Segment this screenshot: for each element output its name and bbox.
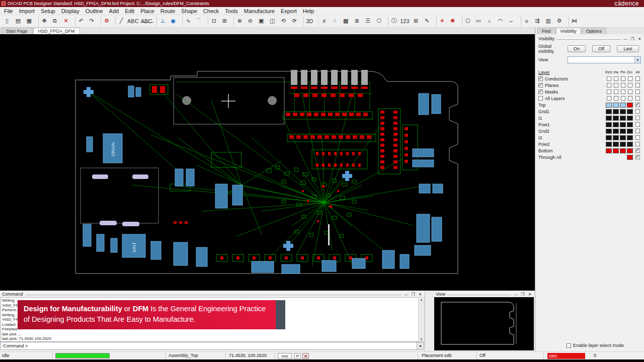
menu-item[interactable]: Place (137, 8, 157, 14)
via-color-swatch[interactable] (613, 135, 619, 140)
undo-icon[interactable]: ↶ (75, 16, 86, 26)
document-tab[interactable]: HSD_FPGA_DFM (33, 28, 80, 34)
layer-visibility-icon[interactable]: ≣ (351, 16, 362, 26)
save-file-icon[interactable]: ▦ (24, 16, 35, 26)
via-checkbox[interactable] (614, 83, 618, 87)
pin-checkbox[interactable] (621, 96, 625, 101)
move-icon[interactable]: ✥ (38, 16, 49, 26)
drc-color-swatch[interactable] (627, 135, 633, 140)
via-color-swatch[interactable] (613, 109, 619, 114)
layer-all-checkbox[interactable] (635, 155, 640, 159)
menu-item[interactable]: Check (200, 8, 222, 14)
via-color-swatch[interactable] (613, 116, 619, 121)
a-button[interactable]: A (302, 353, 309, 359)
add-arc-icon[interactable]: ◠ (495, 16, 506, 26)
drc-status-indicator[interactable]: DRC (547, 353, 585, 359)
zoom-window-icon[interactable]: ⊡ (208, 16, 219, 26)
etch-checkbox[interactable] (607, 76, 611, 81)
drc-color-swatch[interactable] (627, 155, 633, 160)
delete-icon[interactable]: ✕ (60, 16, 71, 26)
etch-color-swatch[interactable] (606, 116, 612, 121)
chevron-down-icon[interactable]: ▼ (417, 342, 424, 349)
add-rectangle-icon[interactable]: ▭ (473, 16, 484, 26)
pin-color-swatch[interactable] (620, 122, 626, 127)
close-icon[interactable]: ✕ (637, 37, 642, 41)
pin-color-swatch[interactable] (620, 148, 626, 153)
open-file-icon[interactable]: ▤ (13, 16, 24, 26)
document-tab[interactable]: Start Page (1, 28, 33, 34)
zoom-selection-icon[interactable]: ◫ (267, 16, 278, 26)
grid-points-icon[interactable]: ⁘ (329, 16, 340, 26)
redo-icon[interactable]: ↷ (86, 16, 97, 26)
units-button[interactable]: mm (278, 353, 292, 359)
etch-checkbox[interactable] (607, 89, 611, 94)
via-color-swatch[interactable] (613, 103, 619, 108)
layer-all-checkbox[interactable] (635, 148, 640, 153)
menu-item[interactable]: Outline (83, 8, 106, 14)
global-visibility-button[interactable]: Last (617, 45, 639, 52)
pin-color-swatch[interactable] (620, 135, 626, 140)
slide-icon[interactable]: ∿ (182, 16, 193, 26)
via-checkbox[interactable] (614, 96, 618, 101)
add-line-icon[interactable]: ╱ (115, 16, 126, 26)
drc-checkbox[interactable] (628, 89, 632, 94)
category-checkbox[interactable] (538, 96, 543, 101)
via-color-swatch[interactable] (613, 142, 619, 147)
global-visibility-button[interactable]: On (568, 45, 586, 52)
pin-color-swatch[interactable] (620, 142, 626, 147)
fix-icon[interactable]: ⚙ (101, 16, 112, 26)
add-via-icon[interactable]: ◉ (168, 16, 179, 26)
add-pin-icon[interactable]: ⊥ (156, 16, 168, 26)
all-checkbox[interactable] (635, 83, 640, 87)
p-button[interactable]: P (294, 353, 301, 359)
copy-icon[interactable]: ⧉ (49, 16, 60, 26)
add-text-icon[interactable]: ABC (126, 16, 140, 26)
board-minimap[interactable] (434, 297, 534, 350)
pin-color-swatch[interactable] (620, 116, 626, 121)
spreadsheet-icon[interactable]: ⊞ (411, 16, 422, 26)
new-file-icon[interactable]: ▯ (2, 16, 13, 26)
via-checkbox[interactable] (614, 89, 618, 94)
shape-outline-icon[interactable]: ⬠ (373, 16, 384, 26)
panel-tab[interactable]: Visibility (556, 28, 581, 34)
minimize-icon[interactable]: — (623, 37, 628, 41)
cross-section-icon[interactable]: ☰ (362, 16, 373, 26)
menu-item[interactable]: Add (106, 8, 122, 14)
via-color-swatch[interactable] (613, 148, 619, 153)
zoom-previous-icon[interactable]: ⟲ (278, 16, 289, 26)
signal-flow-icon[interactable]: ⇶ (532, 16, 543, 26)
scroll-up-icon[interactable]: ▲ (420, 298, 423, 301)
drc-checkbox[interactable] (628, 76, 632, 81)
menu-item[interactable]: Help (300, 8, 317, 14)
close-icon[interactable]: ✕ (418, 292, 423, 297)
properties-icon[interactable]: 123 (399, 16, 410, 26)
menu-item[interactable]: Shape (178, 8, 200, 14)
tune-icon[interactable]: ⌒ (193, 16, 204, 26)
command-log-scrollbar[interactable]: ▲ ▼ (418, 297, 425, 342)
layer-all-checkbox[interactable] (635, 116, 640, 120)
panel-tab[interactable]: Find (537, 28, 555, 34)
panel-tab[interactable]: Options (582, 28, 606, 34)
drc-color-swatch[interactable] (627, 109, 633, 114)
info-icon[interactable]: ⓘ (388, 16, 399, 26)
layer-all-checkbox[interactable] (635, 142, 640, 146)
pcb-canvas[interactable]: DRAIN VINT (0, 34, 535, 291)
freeze-icon[interactable]: ✳ (436, 16, 447, 26)
add-circle-icon[interactable]: ○ (484, 16, 495, 26)
menu-item[interactable]: Route (157, 8, 178, 14)
via-color-swatch[interactable] (613, 122, 619, 127)
menu-item[interactable]: Setup (38, 8, 58, 14)
via-checkbox[interactable] (614, 76, 618, 81)
pin-checkbox[interactable] (621, 83, 625, 87)
menu-item[interactable]: Tools (222, 8, 241, 14)
menu-item[interactable]: Manufacture (241, 8, 278, 14)
pin-checkbox[interactable] (621, 89, 625, 94)
global-visibility-button[interactable]: Off (592, 45, 610, 52)
command-input[interactable]: Command > ▼ (1, 342, 424, 350)
close-icon[interactable]: ✕ (527, 292, 532, 297)
dye-icon[interactable]: ✎ (422, 16, 433, 26)
layer-all-checkbox[interactable] (635, 135, 640, 140)
zoom-points-icon[interactable]: ⊞ (219, 16, 230, 26)
zoom-fit-icon[interactable]: ▣ (256, 16, 267, 26)
float-icon[interactable]: ❐ (520, 292, 525, 297)
